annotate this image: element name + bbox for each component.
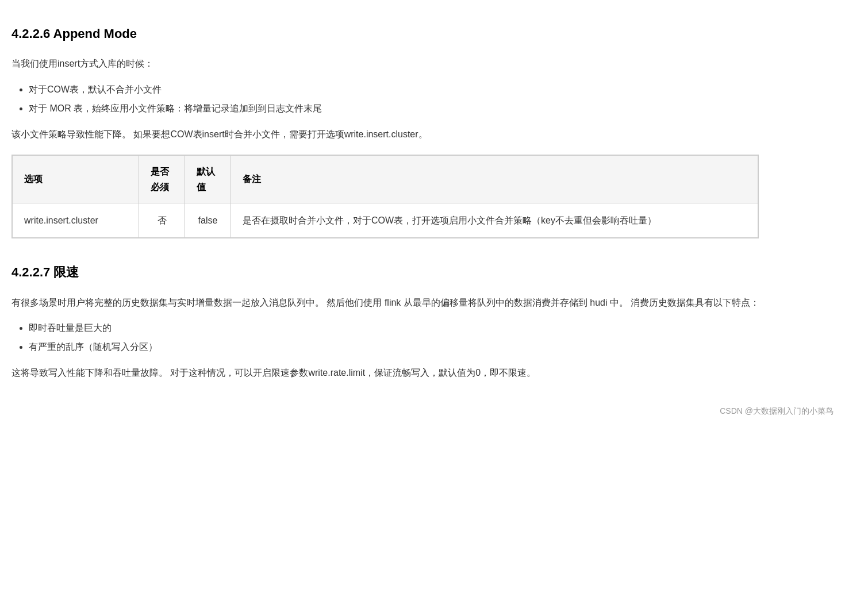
section2-title: 4.2.2.7 限速 — [11, 261, 834, 283]
footer-credit: CSDN @大数据刚入门的小菜鸟 — [11, 405, 834, 418]
col-header-default: 默认值 — [185, 155, 231, 203]
cell-option: write.insert.cluster — [13, 203, 139, 237]
col-header-option: 选项 — [13, 155, 139, 203]
bullet-item: 对于COW表，默认不合并小文件 — [29, 82, 834, 98]
cell-note: 是否在摄取时合并小文件，对于COW表，打开选项启用小文件合并策略（key不去重但… — [231, 203, 758, 237]
col-header-note: 备注 — [231, 155, 758, 203]
section1-note: 该小文件策略导致性能下降。 如果要想COW表insert时合并小文件，需要打开选… — [11, 126, 834, 143]
section2-conclusion: 这将导致写入性能下降和吞吐量故障。 对于这种情况，可以开启限速参数write.r… — [11, 365, 834, 382]
options-table: 选项 是否必须 默认值 备注 write.insert.cluster 否 fa… — [12, 155, 758, 238]
bullet-item: 有严重的乱序（随机写入分区） — [29, 339, 834, 356]
bullet-item: 对于 MOR 表，始终应用小文件策略：将增量记录追加到到日志文件末尾 — [29, 101, 834, 117]
cell-default: false — [185, 203, 231, 237]
section1-intro: 当我们使用insert方式入库的时候： — [11, 56, 834, 72]
cell-required: 否 — [139, 203, 185, 237]
section2-intro: 有很多场景时用户将完整的历史数据集与实时增量数据一起放入消息队列中。 然后他们使… — [11, 295, 834, 311]
options-table-wrapper: 选项 是否必须 默认值 备注 write.insert.cluster 否 fa… — [11, 155, 759, 239]
col-header-required: 是否必须 — [139, 155, 185, 203]
table-row: write.insert.cluster 否 false 是否在摄取时合并小文件… — [13, 203, 758, 237]
bullet-item: 即时吞吐量是巨大的 — [29, 320, 834, 337]
section1-title: 4.2.2.6 Append Mode — [11, 23, 834, 44]
section1-bullets: 对于COW表，默认不合并小文件 对于 MOR 表，始终应用小文件策略：将增量记录… — [11, 82, 834, 117]
section2-bullets: 即时吞吐量是巨大的 有严重的乱序（随机写入分区） — [11, 320, 834, 356]
